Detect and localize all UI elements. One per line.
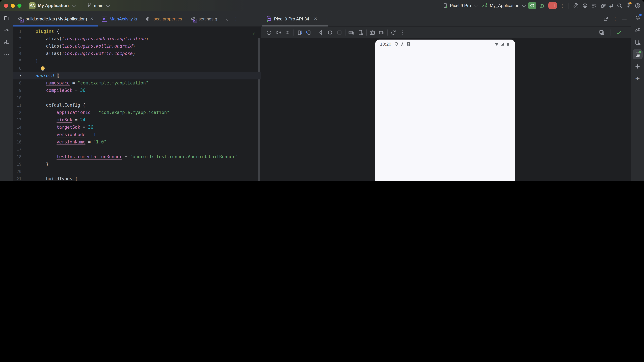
line-number[interactable]: 21 — [13, 175, 22, 181]
device-manager-tool-button[interactable] — [632, 37, 642, 47]
stop-button[interactable] — [548, 2, 557, 9]
close-tab-icon[interactable]: ✕ — [90, 16, 94, 21]
line-number[interactable]: 7 — [13, 72, 22, 79]
camera-icon[interactable] — [369, 29, 375, 35]
code-line[interactable]: 7android { — [13, 72, 261, 79]
power-icon[interactable] — [266, 29, 272, 35]
resource-manager-tool-button[interactable] — [2, 37, 12, 47]
code-line[interactable]: 10 — [13, 94, 261, 102]
device-screen[interactable]: 10:20 A Hello Android! — [375, 39, 515, 181]
code-line[interactable]: 9 compileSdk = 36 — [13, 87, 261, 94]
line-number[interactable]: 13 — [13, 116, 22, 124]
reset-icon[interactable] — [390, 29, 396, 35]
code-line[interactable]: 14 targetSdk = 36 — [13, 124, 261, 131]
line-number[interactable]: 9 — [13, 87, 22, 94]
gradle-tool-button[interactable] — [632, 25, 642, 35]
record-icon[interactable] — [379, 29, 385, 35]
code-line[interactable]: 6 — [13, 65, 261, 72]
keyboard-icon[interactable] — [348, 29, 354, 35]
gemini-tool-button[interactable] — [632, 61, 642, 71]
more-tool-windows-button[interactable] — [2, 49, 12, 59]
code-line[interactable]: 16 versionName = "1.0" — [13, 138, 261, 146]
rotr-icon[interactable] — [306, 29, 312, 35]
sync-project-icon[interactable] — [582, 2, 588, 8]
code-line[interactable]: 4 alias(libs.plugins.kotlin.compose) — [13, 50, 261, 57]
debug-button[interactable] — [540, 2, 546, 8]
close-device-tab-icon[interactable]: ✕ — [314, 16, 317, 21]
code-line[interactable]: 3 alias(libs.plugins.kotlin.android) — [13, 42, 261, 50]
release-assistant-tool-button[interactable]: ✈ — [632, 73, 642, 83]
code-line[interactable]: 12 applicationId = "com.example.myapplic… — [13, 109, 261, 116]
line-number[interactable]: 16 — [13, 138, 22, 146]
line-number[interactable]: 19 — [13, 161, 22, 168]
account-icon[interactable] — [634, 2, 641, 8]
rerun-button[interactable] — [528, 2, 536, 9]
tab-local-properties[interactable]: local.properties — [141, 11, 186, 26]
settings-button[interactable] — [626, 2, 632, 9]
line-number[interactable]: 17 — [13, 146, 22, 153]
code-line[interactable]: 17 — [13, 146, 261, 153]
vcs-branch-widget[interactable]: main — [87, 3, 109, 8]
line-number[interactable]: 20 — [13, 168, 22, 175]
code-line[interactable]: 2 alias(libs.plugins.android.application… — [13, 35, 261, 42]
profiler-bug-icon[interactable] — [600, 2, 606, 8]
code-line[interactable]: 19 } — [13, 161, 261, 168]
line-number[interactable]: 1 — [13, 28, 22, 35]
code-line[interactable]: 8 namespace = "com.example.myapplication… — [13, 79, 261, 87]
code-editor[interactable]: ✓ 1plugins {2 alias(libs.plugins.android… — [13, 27, 261, 181]
code-line[interactable]: 1plugins { — [13, 28, 261, 35]
code-line[interactable]: 5} — [13, 57, 261, 65]
build-hammer-icon[interactable] — [573, 2, 579, 8]
code-line[interactable]: 15 versionCode = 1 — [13, 131, 261, 138]
add-device-button[interactable]: + — [325, 16, 329, 22]
line-number[interactable]: 4 — [13, 50, 22, 57]
line-number[interactable]: 11 — [13, 102, 22, 109]
more-actions-button[interactable]: ⋮ — [560, 3, 565, 8]
device-tab[interactable]: Pixel 9 Pro API 34 ✕ — [263, 11, 321, 26]
line-number[interactable]: 8 — [13, 79, 22, 87]
hidden-tabs-chevron-icon[interactable] — [225, 16, 230, 21]
running-devices-tool-button[interactable] — [632, 49, 642, 59]
device-swap-icon[interactable]: ⇄ — [609, 3, 614, 8]
voldn-icon[interactable] — [285, 29, 291, 35]
code-line[interactable]: 21 buildTypes { — [13, 175, 261, 181]
search-icon[interactable] — [616, 2, 622, 8]
kebab-icon[interactable] — [400, 29, 406, 35]
line-number[interactable]: 12 — [13, 109, 22, 116]
run-configuration-selector[interactable]: My_Application — [482, 2, 525, 8]
volup-icon[interactable] — [276, 29, 282, 35]
tab-mainactivity-kt[interactable]: K MainActivity.kt — [98, 11, 141, 26]
gradle-tasks-icon[interactable] — [591, 2, 597, 8]
panel-options-button[interactable]: ⋮ — [613, 16, 618, 21]
tab-settings-gradle[interactable]: K settings.g — [186, 11, 221, 26]
code-line[interactable]: 20 — [13, 168, 261, 175]
code-line[interactable]: 18 testInstrumentationRunner = "androidx… — [13, 153, 261, 161]
minimize-window-button[interactable] — [11, 3, 15, 7]
line-number[interactable]: 6 — [13, 65, 22, 72]
popout-icon[interactable] — [604, 16, 608, 21]
line-number[interactable]: 15 — [13, 131, 22, 138]
home-icon[interactable] — [327, 29, 333, 35]
notifications-button[interactable] — [632, 13, 642, 23]
project-tool-button[interactable] — [2, 13, 12, 23]
line-number[interactable]: 14 — [13, 124, 22, 131]
zoom-window-button[interactable] — [18, 3, 22, 7]
editor-options-button[interactable]: ⋮ — [234, 16, 238, 21]
hide-panel-button[interactable]: — — [622, 16, 626, 21]
line-number[interactable]: 5 — [13, 57, 22, 65]
code-line[interactable]: 13 minSdk = 24 — [13, 116, 261, 124]
snap-search-icon[interactable] — [599, 29, 605, 35]
line-number[interactable]: 10 — [13, 94, 22, 102]
recents-icon[interactable] — [336, 29, 342, 35]
tab-build-gradle-kts[interactable]: K build.gradle.kts (My Application) ✕ — [13, 11, 98, 26]
project-widget[interactable]: MA My Application — [29, 2, 75, 9]
line-number[interactable]: 3 — [13, 42, 22, 50]
line-number[interactable]: 18 — [13, 153, 22, 161]
code-line[interactable]: 11 defaultConfig { — [13, 102, 261, 109]
line-number[interactable]: 2 — [13, 35, 22, 42]
device-selector[interactable]: Pixel 9 Pro — [443, 3, 477, 8]
commit-tool-button[interactable] — [2, 25, 12, 35]
rotl-icon[interactable] — [296, 29, 302, 35]
back-icon[interactable] — [318, 29, 324, 35]
close-window-button[interactable] — [4, 3, 8, 7]
